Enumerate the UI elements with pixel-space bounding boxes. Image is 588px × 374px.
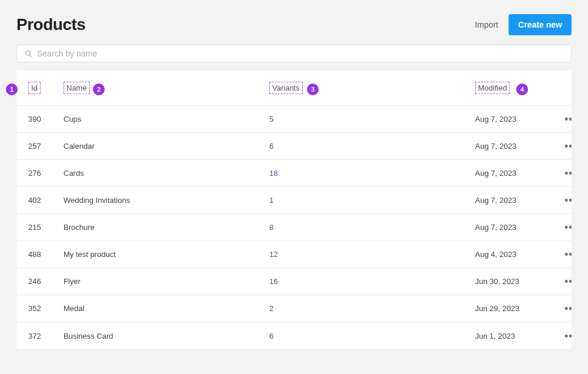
cell-variants: 12 <box>269 250 475 259</box>
search-icon <box>24 49 32 58</box>
page-header: Products Import Create new <box>0 0 588 40</box>
cell-modified: Jun 1, 2023 <box>475 332 557 340</box>
cell-variants: 16 <box>269 277 475 286</box>
cell-modified: Aug 7, 2023 <box>475 223 557 232</box>
cell-modified: Aug 4, 2023 <box>475 250 557 259</box>
cell-id: 246 <box>28 277 64 286</box>
cell-modified: Aug 7, 2023 <box>475 142 557 151</box>
cell-variants: 2 <box>269 304 475 313</box>
column-header-id[interactable]: Id <box>28 82 64 94</box>
annotation-badge-2: 2 <box>93 84 105 95</box>
cell-variants: 6 <box>269 142 475 151</box>
table-row[interactable]: 257Calendar6Aug 7, 2023••• <box>16 133 572 160</box>
annotation-badge-3: 3 <box>307 84 319 95</box>
cell-id: 257 <box>28 142 64 151</box>
row-actions-button[interactable]: ••• <box>557 167 572 179</box>
header-actions: Import Create new <box>475 14 572 35</box>
cell-modified: Aug 7, 2023 <box>475 115 557 123</box>
row-actions-button[interactable]: ••• <box>557 330 572 342</box>
cell-id: 372 <box>28 332 64 340</box>
table-row[interactable]: 246Flyer16Jun 30, 2023••• <box>16 268 572 295</box>
cell-name[interactable]: Calendar <box>64 142 269 151</box>
cell-id: 276 <box>28 169 64 178</box>
cell-name[interactable]: Business Card <box>64 332 269 340</box>
search-input[interactable] <box>37 49 564 58</box>
row-actions-button[interactable]: ••• <box>557 275 572 288</box>
table-row[interactable]: 352Medal2Jun 29, 2023••• <box>16 295 572 322</box>
cell-name[interactable]: Cups <box>64 115 269 123</box>
svg-point-0 <box>25 51 30 55</box>
table-row[interactable]: 390Cups5Aug 7, 2023••• <box>16 106 572 133</box>
annotation-badge-4: 4 <box>516 84 528 95</box>
cell-variants: 5 <box>269 115 475 123</box>
cell-id: 402 <box>28 196 64 205</box>
cell-name[interactable]: Wedding Invitations <box>64 196 269 205</box>
create-new-button[interactable]: Create new <box>509 14 572 35</box>
cell-variants: 1 <box>269 196 475 205</box>
page-title: Products <box>16 15 85 34</box>
cell-id: 390 <box>28 115 64 123</box>
row-actions-button[interactable]: ••• <box>557 248 572 261</box>
svg-line-1 <box>30 55 32 57</box>
cell-name[interactable]: My test product <box>64 250 269 259</box>
search-wrap <box>0 40 588 62</box>
column-header-variants[interactable]: Variants <box>269 82 475 94</box>
import-button[interactable]: Import <box>475 20 499 29</box>
table-row[interactable]: 215Brochure8Aug 7, 2023••• <box>16 214 572 241</box>
cell-id: 488 <box>28 250 64 259</box>
products-table: Id Name Variants Modified 390Cups5Aug 7,… <box>16 71 572 349</box>
cell-id: 352 <box>28 304 64 313</box>
table-row[interactable]: 372Business Card6Jun 1, 2023••• <box>16 322 572 349</box>
row-actions-button[interactable]: ••• <box>557 302 572 315</box>
search-box[interactable] <box>16 45 572 62</box>
cell-variants: 18 <box>269 169 475 178</box>
cell-modified: Aug 7, 2023 <box>475 169 557 178</box>
cell-variants: 8 <box>269 223 475 232</box>
cell-id: 215 <box>28 223 64 232</box>
row-actions-button[interactable]: ••• <box>557 113 572 125</box>
table-row[interactable]: 276Cards18Aug 7, 2023••• <box>16 160 572 187</box>
cell-modified: Jun 30, 2023 <box>475 277 557 286</box>
row-actions-button[interactable]: ••• <box>557 140 572 152</box>
annotation-badge-1: 1 <box>6 84 18 95</box>
row-actions-button[interactable]: ••• <box>557 221 572 233</box>
table-row[interactable]: 402Wedding Invitations1Aug 7, 2023••• <box>16 187 572 214</box>
cell-modified: Aug 7, 2023 <box>475 196 557 205</box>
table-row[interactable]: 488My test product12Aug 4, 2023••• <box>16 241 572 268</box>
cell-name[interactable]: Brochure <box>64 223 269 232</box>
row-actions-button[interactable]: ••• <box>557 194 572 206</box>
cell-modified: Jun 29, 2023 <box>475 304 557 313</box>
cell-variants: 6 <box>269 332 475 340</box>
cell-name[interactable]: Medal <box>64 304 269 313</box>
cell-name[interactable]: Cards <box>64 169 269 178</box>
cell-name[interactable]: Flyer <box>64 277 269 286</box>
